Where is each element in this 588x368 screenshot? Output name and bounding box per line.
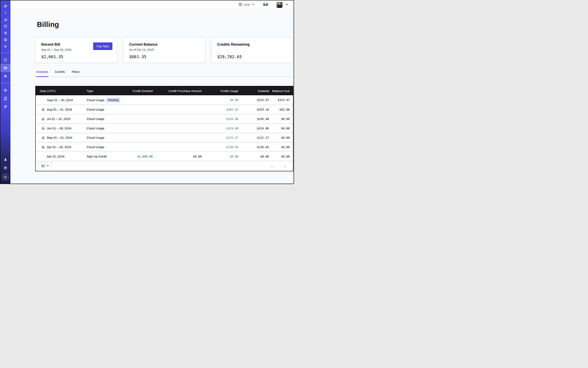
chevron-down-icon[interactable] [285,3,288,7]
table-row: Jun 01 – 30, 2024 Cloud Usage -$224.68 $… [36,123,293,133]
table-row: Apr 01, 2024 Sign Up Credit $1,000.00 $0… [36,152,293,161]
subtotal-value: $325.10 [242,108,272,111]
balance-due-value: $0.00 [272,155,293,158]
status-badge: Pending [106,98,120,102]
sidebar-spacer [0,110,10,156]
invoice-table-body: Sept 01 – 30, 2024 Cloud Usage Pending $… [36,95,293,161]
col-header-subtotal: Subtotal [242,89,272,93]
sun-icon [3,166,7,170]
invoice-type-cell: Cloud Usage Pending [87,98,129,102]
credit-usage-value: -$121.17 [205,136,242,139]
invoice-type-cell: Cloud Usage [87,136,129,139]
invoice-date-cell: May 01 – 31, 2024 [36,136,87,139]
card-amount: $861.35 [129,54,199,59]
chevron-right-icon [4,11,7,15]
asterisk-icon [4,45,7,48]
page-size-value: 10 [41,164,45,168]
page-size-select[interactable]: 10 [38,162,52,170]
sidebar: $ [0,0,10,184]
svg-text:$: $ [5,176,6,178]
download-invoice-button[interactable] [41,108,45,111]
card-subtitle [217,48,288,52]
card-title: Current Balance [129,42,199,47]
balance-due-value: $42.88 [272,108,293,111]
avatar[interactable] [276,2,283,8]
subtotal-value: $126.45 [242,146,272,149]
col-header-credit-purchase: Credit Purchase Amount [156,89,205,93]
sidebar-item-fleet[interactable] [0,86,10,94]
invoice-type: Cloud Usage [87,136,104,139]
invoice-date: May 01 – 31, 2024 [47,136,72,139]
cube-icon [4,38,7,42]
sidebar-item-usage[interactable] [0,56,10,64]
download-invoice-button[interactable] [41,117,45,121]
sidebar-item-launch[interactable] [0,102,10,110]
sidebar-divider [0,53,10,53]
invoice-type: Cloud Usage [87,127,104,130]
col-header-balance-due: Balance Due [272,89,293,93]
table-row: Sept 01 – 30, 2024 Cloud Usage Pending $… [36,95,293,105]
table-footer: 10 ← → [36,161,293,171]
invoice-type: Cloud Usage [87,145,104,149]
next-page-button[interactable]: → [283,163,287,169]
sidebar-item-billing[interactable] [0,64,10,72]
pay-now-button[interactable]: Pay Now [93,42,112,50]
sidebar-item-docs[interactable] [0,94,10,102]
credit-purchase-value: $0.00 [156,155,205,158]
sidebar-item-services[interactable] [0,43,10,50]
timezone-label: UTC [244,3,250,7]
tab-invoices[interactable]: Invoices [36,70,48,77]
download-invoice-button[interactable] [41,127,45,130]
balance-due-value: $0.00 [272,146,293,149]
app-window: $ UTC [0,0,294,184]
table-row: Jul 01 – 31, 2024 Cloud Usage -$245.48 $… [36,114,293,123]
glasses-icon[interactable] [263,3,268,7]
sidebar-item-compute[interactable] [0,36,10,43]
tab-plans[interactable]: Plans [71,70,80,77]
sidebar-item-labs[interactable] [0,156,10,164]
topbar: UTC [10,0,294,9]
col-header-type: Type [87,89,129,93]
invoice-date: Apr 01, 2024 [47,155,64,158]
sidebar-item-settings[interactable] [0,72,10,80]
sidebar-item-home[interactable] [0,3,10,9]
previous-page-button[interactable]: ← [271,163,275,169]
invoice-date-cell: Jun 01 – 30, 2024 [36,127,87,130]
invoice-type-cell: Cloud Usage [87,117,129,120]
sidebar-item-history[interactable] [0,23,10,30]
chevron-down-icon [46,164,49,168]
invoice-date: Jul 01 – 31, 2024 [47,117,70,120]
sidebar-item-expand[interactable] [0,9,10,16]
invoice-type: Cloud Usage [87,108,104,111]
download-invoice-button[interactable] [41,136,45,139]
invoice-date-cell: Aug 01 – 31, 2024 [36,108,87,111]
timezone-dropdown[interactable]: UTC [238,2,255,7]
credit-usage-value: -$126.45 [205,146,242,149]
summary-cards: Recent Bill Sep 01 – Sep 30, 2025 $2,061… [35,37,293,63]
observability-eye-icon [4,18,7,21]
subtotal-value: $224.68 [242,127,272,130]
card-title: Credits Remaining [217,42,288,47]
balance-due-value: $315.97 [272,98,293,101]
main-area: UTC [10,0,294,184]
tab-credits[interactable]: Credits [54,70,65,77]
invoice-type: Sign Up Credit [87,155,107,158]
sidebar-item-theme[interactable] [0,164,10,172]
credit-usage-value: -$224.68 [205,127,242,130]
sidebar-item-layers[interactable] [0,30,10,36]
credits-remaining-card: Credits Remaining $29,782.65 [211,37,293,63]
billing-tabs: Invoices Credits Plans [36,70,294,77]
subtotal-value: $0.00 [242,155,272,158]
balance-due-value: $0.00 [272,127,293,130]
gauge-icon [3,58,7,62]
invoice-date: Aug 01 – 31, 2024 [47,108,72,111]
card-subtitle: As of Oct 15, 2025 [129,48,199,52]
sidebar-item-observability[interactable] [0,16,10,23]
download-invoice-button[interactable] [41,145,45,149]
chevron-down-icon [252,3,255,7]
credit-granted-value: $1,000.00 [129,155,156,158]
sidebar-item-credits[interactable]: $ [2,174,9,180]
page-title: Billing [37,20,284,28]
helm-wheel-icon [3,88,7,92]
invoice-date-cell: Sept 01 – 30, 2024 [36,98,87,102]
